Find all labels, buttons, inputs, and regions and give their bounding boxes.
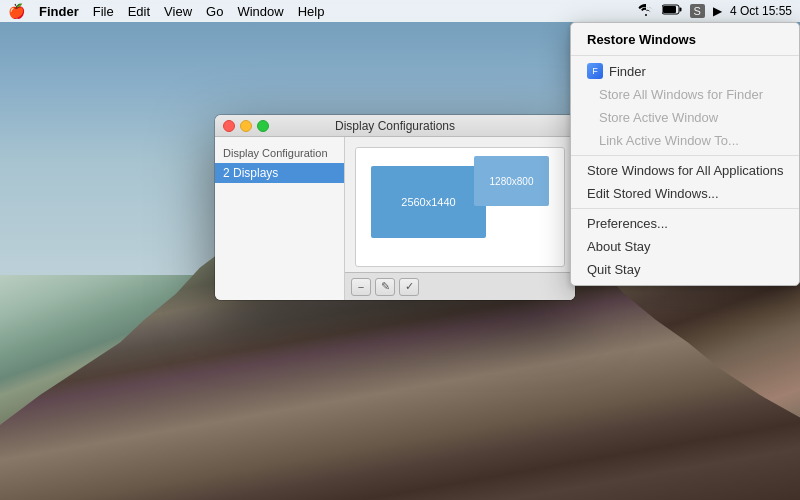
store-windows-all-apps[interactable]: Store Windows for All Applications [571,159,799,182]
display-configurations-dialog: Display Configurations Display Configura… [215,115,575,300]
stay-icon[interactable]: S [690,4,705,18]
wifi-icon [638,4,654,19]
svg-rect-1 [663,6,676,13]
divider-3 [571,208,799,209]
menu-help[interactable]: Help [298,4,325,19]
apple-logo[interactable]: 🍎 [8,3,25,19]
svg-rect-2 [679,8,681,12]
menubar-left: 🍎 Finder File Edit View Go Window Help [8,3,324,19]
divider-2 [571,155,799,156]
maximize-button[interactable] [257,120,269,132]
dialog-main: (0, 0) 2560x1440 (2560, 0) 1280x800 − ✎ … [345,137,575,300]
dialog-title: Display Configurations [335,119,455,133]
menu-extras: ▶ [713,4,722,18]
divider-1 [571,55,799,56]
stay-dropdown-menu: Restore Windows F Finder Store All Windo… [570,22,800,286]
dialog-toolbar: − ✎ ✓ [345,272,575,300]
datetime: 4 Oct 15:55 [730,4,792,18]
finder-label: Finder [609,64,646,79]
menu-edit[interactable]: Edit [128,4,150,19]
link-active-window[interactable]: Link Active Window To... [571,129,799,152]
edit-button[interactable]: ✎ [375,278,395,296]
preferences[interactable]: Preferences... [571,212,799,235]
menu-go[interactable]: Go [206,4,223,19]
menubar: 🍎 Finder File Edit View Go Window Help S… [0,0,800,22]
sidebar-header: Display Configuration [215,145,344,163]
display-secondary: 1280x800 [474,156,549,206]
sidebar-item-2displays[interactable]: 2 Displays [215,163,344,183]
desktop: 🍎 Finder File Edit View Go Window Help S… [0,0,800,500]
display-canvas: (0, 0) 2560x1440 (2560, 0) 1280x800 [355,147,565,267]
finder-icon: F [587,63,603,79]
dialog-titlebar: Display Configurations [215,115,575,137]
menubar-right: S ▶ 4 Oct 15:55 [638,4,792,19]
menu-view[interactable]: View [164,4,192,19]
close-button[interactable] [223,120,235,132]
quit-stay[interactable]: Quit Stay [571,258,799,281]
battery-icon [662,4,682,18]
menu-file[interactable]: File [93,4,114,19]
menu-finder[interactable]: Finder [39,4,79,19]
menu-window[interactable]: Window [237,4,283,19]
store-all-windows-finder[interactable]: Store All Windows for Finder [571,83,799,106]
edit-stored-windows[interactable]: Edit Stored Windows... [571,182,799,205]
finder-section: F Finder [571,59,799,83]
dialog-content: Display Configuration 2 Displays (0, 0) … [215,137,575,300]
dropdown-header: Restore Windows [571,27,799,52]
traffic-lights [223,120,269,132]
remove-button[interactable]: − [351,278,371,296]
about-stay[interactable]: About Stay [571,235,799,258]
store-active-window[interactable]: Store Active Window [571,106,799,129]
confirm-button[interactable]: ✓ [399,278,419,296]
dialog-sidebar: Display Configuration 2 Displays [215,137,345,300]
minimize-button[interactable] [240,120,252,132]
display-primary: 2560x1440 [371,166,486,238]
